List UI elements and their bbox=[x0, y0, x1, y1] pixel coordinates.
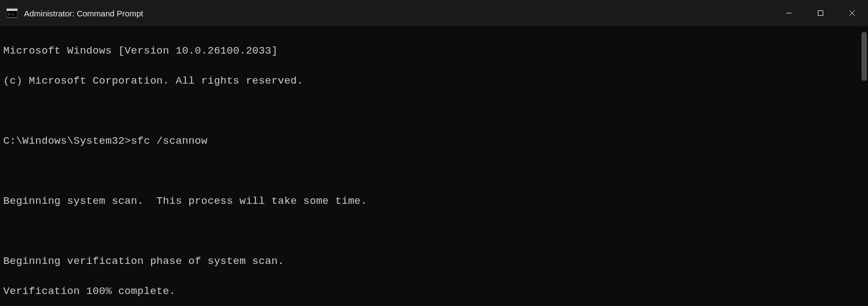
terminal-output[interactable]: Microsoft Windows [Version 10.0.26100.20… bbox=[0, 26, 868, 306]
close-icon bbox=[849, 10, 855, 16]
close-button[interactable] bbox=[836, 0, 868, 26]
svg-text:C:\: C:\ bbox=[8, 12, 14, 16]
output-line: Beginning verification phase of system s… bbox=[3, 254, 865, 269]
maximize-button[interactable] bbox=[805, 0, 836, 26]
output-line bbox=[3, 164, 865, 179]
output-line: (c) Microsoft Corporation. All rights re… bbox=[3, 74, 865, 89]
output-line: Microsoft Windows [Version 10.0.26100.20… bbox=[3, 44, 865, 59]
scrollbar-thumb[interactable] bbox=[861, 32, 867, 81]
window-title: Administrator: Command Prompt bbox=[24, 9, 143, 18]
maximize-icon bbox=[817, 10, 824, 16]
output-line: Beginning system scan. This process will… bbox=[3, 194, 865, 209]
scrollbar-track[interactable] bbox=[860, 26, 868, 306]
minimize-icon bbox=[786, 10, 792, 16]
cmd-icon: C:\ bbox=[7, 8, 17, 19]
output-line: Verification 100% complete. bbox=[3, 284, 865, 299]
window-controls bbox=[773, 0, 868, 26]
minimize-button[interactable] bbox=[773, 0, 805, 26]
svg-rect-4 bbox=[818, 11, 823, 16]
output-line bbox=[3, 104, 865, 119]
svg-rect-1 bbox=[7, 9, 17, 11]
titlebar[interactable]: C:\ Administrator: Command Prompt bbox=[0, 0, 868, 26]
output-line bbox=[3, 224, 865, 239]
output-line: C:\Windows\System32>sfc /scannow bbox=[3, 134, 865, 149]
